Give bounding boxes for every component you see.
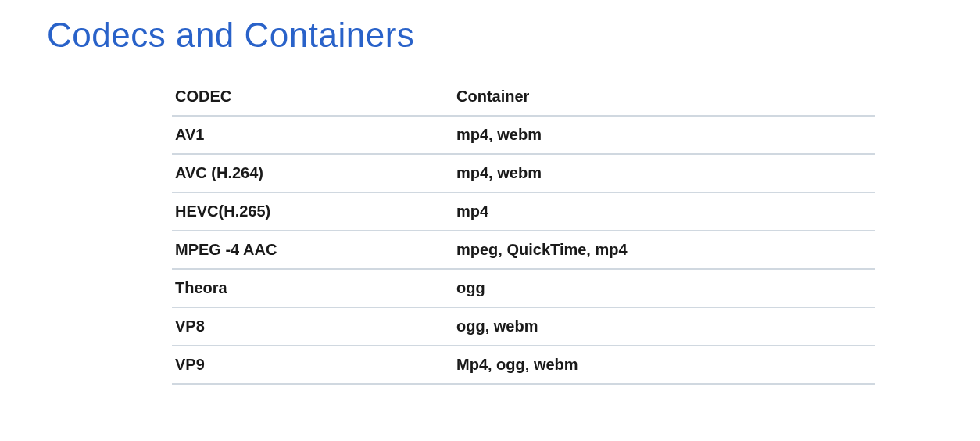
- container-cell: mp4: [453, 192, 875, 231]
- container-cell: Mp4, ogg, webm: [453, 346, 875, 384]
- codec-cell: MPEG -4 AAC: [172, 231, 453, 269]
- table-row: Theora ogg: [172, 269, 875, 307]
- header-codec: CODEC: [172, 78, 453, 116]
- codec-cell: HEVC(H.265): [172, 192, 453, 231]
- container-cell: ogg, webm: [453, 307, 875, 346]
- table-row: MPEG -4 AAC mpeg, QuickTime, mp4: [172, 231, 875, 269]
- table-row: AV1 mp4, webm: [172, 116, 875, 154]
- table-row: AVC (H.264) mp4, webm: [172, 154, 875, 192]
- header-container: Container: [453, 78, 875, 116]
- container-cell: mpeg, QuickTime, mp4: [453, 231, 875, 269]
- codecs-table-container: CODEC Container AV1 mp4, webm AVC (H.264…: [172, 78, 875, 385]
- table-header-row: CODEC Container: [172, 78, 875, 116]
- page-title: Codecs and Containers: [47, 16, 933, 55]
- table-row: VP8 ogg, webm: [172, 307, 875, 346]
- table-row: HEVC(H.265) mp4: [172, 192, 875, 231]
- codec-cell: AVC (H.264): [172, 154, 453, 192]
- codecs-table: CODEC Container AV1 mp4, webm AVC (H.264…: [172, 78, 875, 385]
- container-cell: ogg: [453, 269, 875, 307]
- container-cell: mp4, webm: [453, 116, 875, 154]
- codec-cell: VP9: [172, 346, 453, 384]
- codec-cell: VP8: [172, 307, 453, 346]
- codec-cell: AV1: [172, 116, 453, 154]
- codec-cell: Theora: [172, 269, 453, 307]
- container-cell: mp4, webm: [453, 154, 875, 192]
- table-row: VP9 Mp4, ogg, webm: [172, 346, 875, 384]
